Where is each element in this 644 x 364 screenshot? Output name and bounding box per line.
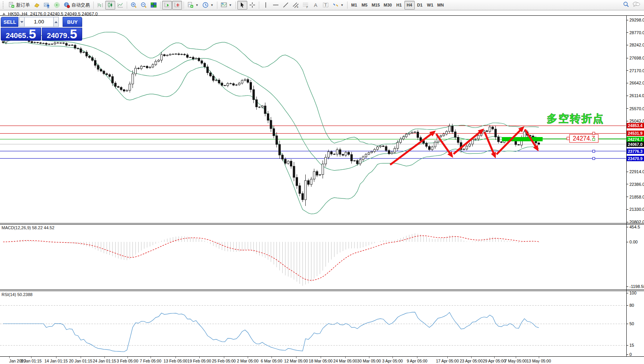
svg-text:28242.0: 28242.0 [629, 43, 644, 47]
timeframe-m15-button[interactable]: M15 [370, 1, 382, 10]
vertical-line-icon [263, 2, 269, 8]
separator [127, 2, 127, 9]
sell-price[interactable]: 24065.5 [1, 28, 41, 41]
svg-text:23 Apr 05:00: 23 Apr 05:00 [460, 359, 483, 363]
profile-button[interactable] [42, 1, 52, 10]
one-click-trading-panel: SELL 1.00 BUY 24065.5 24079.5 [1, 17, 82, 41]
svg-text:24067.0: 24067.0 [628, 142, 642, 147]
label-tool-button[interactable]: T [321, 1, 331, 10]
svg-text:23470.9: 23470.9 [628, 156, 642, 161]
text-tool-button[interactable]: A [311, 1, 321, 10]
zoom-in-button[interactable] [129, 1, 139, 10]
svg-text:50: 50 [629, 321, 634, 326]
svg-text:25570.0: 25570.0 [629, 106, 644, 111]
svg-text:21330.0: 21330.0 [629, 207, 644, 212]
svg-text:多空转折点: 多空转折点 [547, 113, 604, 124]
svg-text:28770.0: 28770.0 [629, 30, 644, 35]
sell-price-dot: . [26, 32, 28, 40]
separator [235, 2, 236, 9]
text-a-icon: A [313, 2, 319, 8]
cursor-button[interactable] [237, 1, 247, 10]
timeframe-d1-button[interactable]: D1 [415, 1, 425, 10]
zoom-in-icon [131, 2, 137, 8]
candlestick-icon [107, 2, 113, 8]
symbol-period-label: HK50-,H4 [8, 12, 28, 16]
horizontal-line-tool-button[interactable] [271, 1, 281, 10]
separator [184, 2, 184, 9]
sell-button[interactable]: SELL [1, 17, 18, 27]
chart-shift-icon [174, 2, 180, 8]
gold-chart-icon [34, 2, 40, 8]
ohlc-values: 24176.0 24240.5 24049.5 24067.0 [30, 12, 98, 16]
market-watch-button[interactable] [32, 1, 42, 10]
bar-chart-icon [97, 2, 103, 8]
timeframe-m30-button[interactable]: M30 [382, 1, 394, 10]
new-order-button[interactable]: 新订单 [7, 1, 32, 10]
clock-icon [202, 2, 209, 8]
chart-canvas[interactable]: 多空转折点24274.729298.028770.028242.027698.0… [0, 0, 644, 364]
template-icon [221, 2, 227, 8]
svg-text:80: 80 [629, 303, 634, 308]
svg-text:29 Apr 05:00: 29 Apr 05:00 [483, 359, 506, 363]
svg-text:18 Mar 05:00: 18 Mar 05:00 [309, 359, 333, 363]
timeframe-m5-button[interactable]: M5 [359, 1, 370, 10]
svg-text:30 Mar 05:00: 30 Mar 05:00 [357, 359, 381, 363]
candlestick-chart-button[interactable] [105, 1, 115, 10]
tile-windows-button[interactable] [149, 1, 159, 10]
zoom-out-icon [141, 2, 147, 8]
chat-icon[interactable] [632, 1, 640, 9]
timeframe-h1-button[interactable]: H1 [394, 1, 404, 10]
svg-text:27698.0: 27698.0 [629, 56, 644, 60]
timeframes-dropdown-button[interactable]: ▼ [200, 1, 215, 10]
indicators-button[interactable]: ▼ [185, 1, 200, 10]
toolbar-grip [3, 2, 5, 8]
chart-template-button[interactable]: ▼ [219, 1, 234, 10]
arrow-objects-icon [333, 2, 339, 8]
svg-text:21858.0: 21858.0 [629, 195, 644, 199]
equidistant-channel-tool-button[interactable]: E [291, 1, 301, 10]
symbol-triangle-icon [2, 12, 6, 15]
volume-increase-button[interactable] [53, 17, 59, 27]
svg-text:27170.0: 27170.0 [629, 68, 644, 73]
auto-trading-label: 自动交易 [71, 2, 90, 8]
svg-text:F: F [306, 6, 308, 8]
new-order-icon [8, 2, 15, 8]
vertical-line-tool-button[interactable] [261, 1, 271, 10]
zoom-out-button[interactable] [139, 1, 149, 10]
down-arrow-icon [20, 21, 23, 23]
svg-text:T: T [324, 3, 327, 7]
fibonacci-tool-button[interactable]: F [301, 1, 311, 10]
search-icon[interactable] [623, 1, 629, 9]
svg-text:17 Apr 05:00: 17 Apr 05:00 [436, 359, 459, 363]
timeframe-h4-button[interactable]: H4 [404, 1, 415, 10]
sell-price-main: 24065 [6, 32, 26, 40]
svg-text:E: E [297, 6, 298, 8]
arrows-tool-button[interactable]: ▼ [331, 1, 346, 10]
svg-text:12 Mar 05:00: 12 Mar 05:00 [284, 359, 308, 363]
trendline-tool-button[interactable] [281, 1, 291, 10]
svg-text:13 May 05:00: 13 May 05:00 [526, 359, 551, 363]
buy-price-frac: 5 [70, 29, 77, 40]
timeframe-w1-button[interactable]: W1 [425, 1, 435, 10]
dropdown-caret-icon: ▼ [195, 3, 199, 7]
chart-title: HK50-,H4 24176.0 24240.5 24049.5 24067.0 [2, 12, 98, 16]
separator [347, 2, 348, 9]
volume-decrease-button[interactable] [19, 17, 25, 27]
buy-button[interactable]: BUY [63, 17, 82, 27]
crosshair-button[interactable] [247, 1, 257, 10]
auto-trading-button[interactable]: 自动交易 [62, 1, 92, 10]
timeframe-mn-button[interactable]: MN [435, 1, 446, 10]
bar-chart-button[interactable] [95, 1, 105, 10]
chart-shift-button[interactable] [172, 1, 182, 10]
buy-price[interactable]: 24079.5 [42, 28, 82, 41]
volume-value[interactable]: 1.00 [25, 17, 53, 27]
timeframe-m1-button[interactable]: M1 [349, 1, 359, 10]
channel-icon: E [293, 2, 299, 8]
svg-text:24531.9: 24531.9 [628, 131, 642, 136]
crosshair-icon [249, 2, 255, 8]
auto-scroll-button[interactable] [162, 1, 172, 10]
line-chart-button[interactable] [115, 1, 125, 10]
svg-text:3 Feb 05:00: 3 Feb 05:00 [117, 359, 138, 363]
svg-text:MACD(12,26,9) 58.22 44.52: MACD(12,26,9) 58.22 44.52 [2, 225, 55, 230]
signals-button[interactable] [52, 1, 62, 10]
